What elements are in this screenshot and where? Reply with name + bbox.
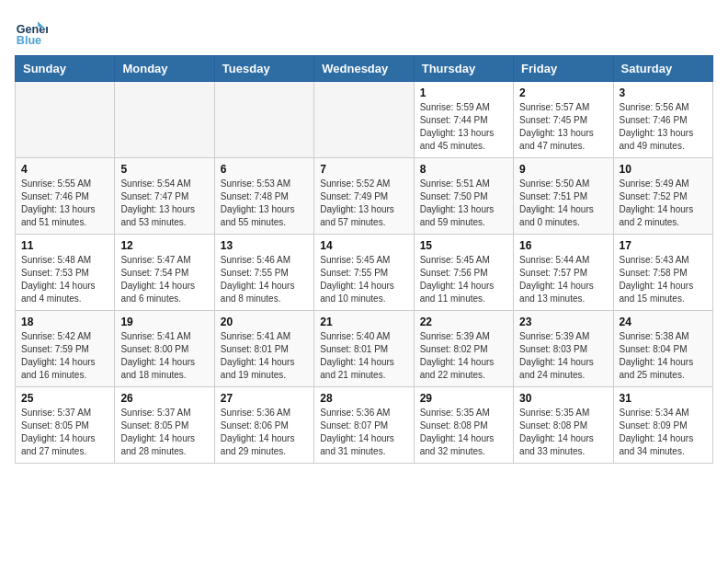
day-of-week-header: Saturday [613,56,712,82]
day-number: 28 [320,392,407,405]
day-info: Sunrise: 5:47 AM Sunset: 7:54 PM Dayligh… [120,254,208,305]
day-info: Sunrise: 5:42 AM Sunset: 7:59 PM Dayligh… [21,330,108,382]
day-info: Sunrise: 5:40 AM Sunset: 8:01 PM Dayligh… [320,330,407,382]
calendar-cell: 4Sunrise: 5:55 AM Sunset: 7:46 PM Daylig… [16,158,115,235]
calendar-cell: 7Sunrise: 5:52 AM Sunset: 7:49 PM Daylig… [314,158,414,235]
day-info: Sunrise: 5:52 AM Sunset: 7:49 PM Dayligh… [320,178,407,229]
day-number: 5 [120,163,208,176]
day-info: Sunrise: 5:55 AM Sunset: 7:46 PM Dayligh… [21,178,108,229]
day-number: 7 [320,163,407,176]
calendar-week-row: 25Sunrise: 5:37 AM Sunset: 8:05 PM Dayli… [16,387,713,464]
calendar-cell: 19Sunrise: 5:41 AM Sunset: 8:00 PM Dayli… [115,311,214,387]
day-info: Sunrise: 5:36 AM Sunset: 8:07 PM Dayligh… [320,407,407,458]
page-header: General Blue [15,15,713,48]
day-number: 19 [120,316,208,328]
calendar-cell [115,82,214,158]
day-info: Sunrise: 5:34 AM Sunset: 8:09 PM Dayligh… [620,407,707,458]
calendar-cell: 28Sunrise: 5:36 AM Sunset: 8:07 PM Dayli… [314,387,414,464]
day-info: Sunrise: 5:44 AM Sunset: 7:57 PM Dayligh… [519,254,607,305]
calendar-cell: 15Sunrise: 5:45 AM Sunset: 7:56 PM Dayli… [414,235,513,311]
day-number: 26 [120,392,208,405]
day-number: 24 [620,316,707,328]
day-of-week-header: Monday [115,56,214,82]
calendar-table: SundayMondayTuesdayWednesdayThursdayFrid… [15,55,713,464]
day-number: 8 [420,163,507,176]
day-info: Sunrise: 5:38 AM Sunset: 8:04 PM Dayligh… [620,330,707,382]
calendar-cell: 16Sunrise: 5:44 AM Sunset: 7:57 PM Dayli… [514,235,613,311]
calendar-cell [314,82,414,158]
day-number: 17 [620,239,707,252]
calendar-cell: 5Sunrise: 5:54 AM Sunset: 7:47 PM Daylig… [115,158,214,235]
day-number: 2 [519,86,607,99]
day-of-week-header: Tuesday [214,56,313,82]
calendar-cell: 24Sunrise: 5:38 AM Sunset: 8:04 PM Dayli… [613,311,712,387]
day-info: Sunrise: 5:50 AM Sunset: 7:51 PM Dayligh… [519,178,607,229]
calendar-week-row: 1Sunrise: 5:59 AM Sunset: 7:44 PM Daylig… [16,82,713,158]
day-info: Sunrise: 5:54 AM Sunset: 7:47 PM Dayligh… [120,178,208,229]
day-number: 4 [21,163,108,176]
day-number: 15 [420,239,507,252]
calendar-cell: 2Sunrise: 5:57 AM Sunset: 7:45 PM Daylig… [514,82,613,158]
day-of-week-header: Thursday [414,56,513,82]
calendar-cell: 17Sunrise: 5:43 AM Sunset: 7:58 PM Dayli… [613,235,712,311]
calendar-header-row: SundayMondayTuesdayWednesdayThursdayFrid… [16,56,713,82]
calendar-cell: 1Sunrise: 5:59 AM Sunset: 7:44 PM Daylig… [414,82,513,158]
day-info: Sunrise: 5:48 AM Sunset: 7:53 PM Dayligh… [21,254,108,305]
day-info: Sunrise: 5:45 AM Sunset: 7:56 PM Dayligh… [420,254,507,305]
day-number: 14 [320,239,407,252]
day-number: 18 [21,316,108,328]
day-number: 6 [221,163,308,176]
calendar-cell: 29Sunrise: 5:35 AM Sunset: 8:08 PM Dayli… [414,387,513,464]
calendar-cell: 12Sunrise: 5:47 AM Sunset: 7:54 PM Dayli… [115,235,214,311]
calendar-cell [214,82,313,158]
calendar-cell: 31Sunrise: 5:34 AM Sunset: 8:09 PM Dayli… [613,387,712,464]
calendar-cell [16,82,115,158]
calendar-cell: 8Sunrise: 5:51 AM Sunset: 7:50 PM Daylig… [414,158,513,235]
day-info: Sunrise: 5:37 AM Sunset: 8:05 PM Dayligh… [120,407,208,458]
day-info: Sunrise: 5:35 AM Sunset: 8:08 PM Dayligh… [420,407,507,458]
day-number: 22 [420,316,507,328]
calendar-cell: 10Sunrise: 5:49 AM Sunset: 7:52 PM Dayli… [613,158,712,235]
day-number: 12 [120,239,208,252]
calendar-cell: 25Sunrise: 5:37 AM Sunset: 8:05 PM Dayli… [16,387,115,464]
logo-icon: General Blue [15,15,48,48]
calendar-cell: 20Sunrise: 5:41 AM Sunset: 8:01 PM Dayli… [214,311,313,387]
day-info: Sunrise: 5:45 AM Sunset: 7:55 PM Dayligh… [320,254,407,305]
day-info: Sunrise: 5:56 AM Sunset: 7:46 PM Dayligh… [620,101,707,153]
day-number: 11 [21,239,108,252]
calendar-cell: 27Sunrise: 5:36 AM Sunset: 8:06 PM Dayli… [214,387,313,464]
calendar-cell: 22Sunrise: 5:39 AM Sunset: 8:02 PM Dayli… [414,311,513,387]
logo: General Blue [15,15,51,48]
calendar-week-row: 4Sunrise: 5:55 AM Sunset: 7:46 PM Daylig… [16,158,713,235]
day-number: 13 [221,239,308,252]
day-of-week-header: Friday [514,56,613,82]
calendar-cell: 26Sunrise: 5:37 AM Sunset: 8:05 PM Dayli… [115,387,214,464]
day-info: Sunrise: 5:41 AM Sunset: 8:01 PM Dayligh… [221,330,308,382]
day-info: Sunrise: 5:51 AM Sunset: 7:50 PM Dayligh… [420,178,507,229]
calendar-cell: 18Sunrise: 5:42 AM Sunset: 7:59 PM Dayli… [16,311,115,387]
day-number: 16 [519,239,607,252]
day-number: 27 [221,392,308,405]
svg-text:Blue: Blue [17,34,41,47]
day-number: 1 [420,86,507,99]
day-info: Sunrise: 5:59 AM Sunset: 7:44 PM Dayligh… [420,101,507,153]
day-number: 10 [620,163,707,176]
day-info: Sunrise: 5:37 AM Sunset: 8:05 PM Dayligh… [21,407,108,458]
day-info: Sunrise: 5:57 AM Sunset: 7:45 PM Dayligh… [519,101,607,153]
calendar-cell: 6Sunrise: 5:53 AM Sunset: 7:48 PM Daylig… [214,158,313,235]
day-info: Sunrise: 5:49 AM Sunset: 7:52 PM Dayligh… [620,178,707,229]
day-of-week-header: Sunday [16,56,115,82]
day-number: 21 [320,316,407,328]
day-number: 9 [519,163,607,176]
day-number: 30 [519,392,607,405]
calendar-cell: 14Sunrise: 5:45 AM Sunset: 7:55 PM Dayli… [314,235,414,311]
day-number: 29 [420,392,507,405]
day-info: Sunrise: 5:41 AM Sunset: 8:00 PM Dayligh… [120,330,208,382]
day-of-week-header: Wednesday [314,56,414,82]
calendar-cell: 23Sunrise: 5:39 AM Sunset: 8:03 PM Dayli… [514,311,613,387]
day-info: Sunrise: 5:46 AM Sunset: 7:55 PM Dayligh… [221,254,308,305]
day-info: Sunrise: 5:39 AM Sunset: 8:03 PM Dayligh… [519,330,607,382]
day-number: 23 [519,316,607,328]
day-info: Sunrise: 5:43 AM Sunset: 7:58 PM Dayligh… [620,254,707,305]
calendar-week-row: 18Sunrise: 5:42 AM Sunset: 7:59 PM Dayli… [16,311,713,387]
